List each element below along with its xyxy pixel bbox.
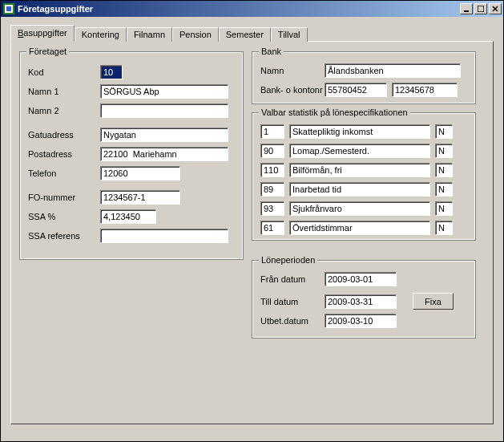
window-title: Företagsuppgifter xyxy=(18,4,458,14)
input-ssaref[interactable] xyxy=(100,229,228,243)
stats-code-input[interactable] xyxy=(260,221,284,235)
input-bank-namn[interactable] xyxy=(325,63,461,78)
stats-code-input[interactable] xyxy=(260,201,284,216)
label-bank-namn: Namn xyxy=(260,66,325,75)
label-kod: Kod xyxy=(28,67,100,77)
svg-rect-4 xyxy=(478,6,484,12)
stats-row xyxy=(260,182,469,197)
label-namn1: Namn 1 xyxy=(28,87,100,96)
stats-text-input[interactable] xyxy=(289,221,430,235)
label-pay: Utbet.datum xyxy=(260,316,325,326)
input-gatuadress[interactable] xyxy=(100,128,228,142)
stats-flag-input[interactable] xyxy=(435,201,453,216)
stats-row xyxy=(260,201,469,216)
maximize-button[interactable] xyxy=(474,3,487,14)
stats-flag-input[interactable] xyxy=(435,163,453,177)
group-period-legend: Löneperioden xyxy=(259,255,317,265)
stats-row xyxy=(260,144,469,158)
input-telefon[interactable] xyxy=(100,166,180,180)
button-fixa[interactable]: Fixa xyxy=(413,293,454,310)
stats-code-input[interactable] xyxy=(260,182,284,197)
input-namn2[interactable] xyxy=(100,103,228,118)
stats-row xyxy=(260,163,469,177)
stats-text-input[interactable] xyxy=(289,182,430,197)
input-bank-konto[interactable] xyxy=(392,83,458,97)
input-pay[interactable] xyxy=(325,314,397,328)
group-company: Företaget Kod Namn 1 Namn 2 Gatuadress xyxy=(19,51,244,260)
stats-text-input[interactable] xyxy=(289,124,430,139)
tab-strip: Basuppgifter Kontering Filnamn Pension S… xyxy=(10,25,494,41)
minimize-button[interactable] xyxy=(460,3,473,14)
svg-rect-2 xyxy=(6,6,11,11)
stats-text-input[interactable] xyxy=(289,163,430,177)
stats-flag-input[interactable] xyxy=(435,124,453,139)
input-to[interactable] xyxy=(325,294,397,309)
stats-code-input[interactable] xyxy=(260,124,284,139)
app-icon xyxy=(2,2,15,15)
tab-semester[interactable]: Semester xyxy=(219,27,271,42)
label-ssapct: SSA % xyxy=(28,212,100,221)
label-to: Till datum xyxy=(260,297,325,306)
stats-row xyxy=(260,221,469,235)
label-bank-kontonr: Bank- o kontonr xyxy=(260,85,325,95)
stats-text-input[interactable] xyxy=(289,201,430,216)
stats-code-input[interactable] xyxy=(260,144,284,158)
label-gatuadress: Gatuadress xyxy=(28,130,100,140)
stats-text-input[interactable] xyxy=(289,144,430,158)
tab-basuppgifter[interactable]: Basuppgifter xyxy=(10,25,75,42)
stats-flag-input[interactable] xyxy=(435,144,453,158)
tab-page: Företaget Kod Namn 1 Namn 2 Gatuadress xyxy=(10,41,494,424)
input-fo[interactable] xyxy=(100,190,180,205)
input-from[interactable] xyxy=(325,272,397,286)
input-namn1[interactable] xyxy=(100,84,228,99)
input-bank-bank[interactable] xyxy=(325,83,387,97)
stats-flag-input[interactable] xyxy=(435,221,453,235)
close-button[interactable] xyxy=(489,3,502,14)
label-fo: FO-nummer xyxy=(28,193,100,202)
group-company-legend: Företaget xyxy=(26,47,69,56)
label-postadress: Postadress xyxy=(28,149,100,159)
titlebar: Företagsuppgifter xyxy=(1,1,503,17)
group-stats: Valbar statistik på lönespecifikationen xyxy=(252,112,476,241)
label-ssaref: SSA referens xyxy=(28,231,100,241)
group-stats-legend: Valbar statistik på lönespecifikationen xyxy=(259,107,410,117)
input-postadress[interactable] xyxy=(100,147,228,161)
tab-kontering[interactable]: Kontering xyxy=(75,27,127,42)
tab-tillval[interactable]: Tillval xyxy=(271,27,308,42)
svg-rect-3 xyxy=(464,10,469,12)
input-ssapct[interactable] xyxy=(100,209,156,224)
input-kod[interactable] xyxy=(100,65,123,79)
group-bank: Bank Namn Bank- o kontonr xyxy=(252,51,476,104)
stats-flag-input[interactable] xyxy=(435,182,453,197)
group-bank-legend: Bank xyxy=(259,47,284,56)
label-namn2: Namn 2 xyxy=(28,106,100,116)
tab-pension[interactable]: Pension xyxy=(172,27,219,42)
stats-row xyxy=(260,124,469,139)
tab-filnamn[interactable]: Filnamn xyxy=(127,27,172,42)
label-telefon: Telefon xyxy=(28,168,100,178)
label-from: Från datum xyxy=(260,274,325,284)
main-window: Företagsuppgifter Basuppgifter Kontering… xyxy=(0,0,504,442)
group-period: Löneperioden Från datum Till datum Fixa … xyxy=(252,260,476,339)
client-area: Basuppgifter Kontering Filnamn Pension S… xyxy=(1,17,503,441)
stats-code-input[interactable] xyxy=(260,163,284,177)
